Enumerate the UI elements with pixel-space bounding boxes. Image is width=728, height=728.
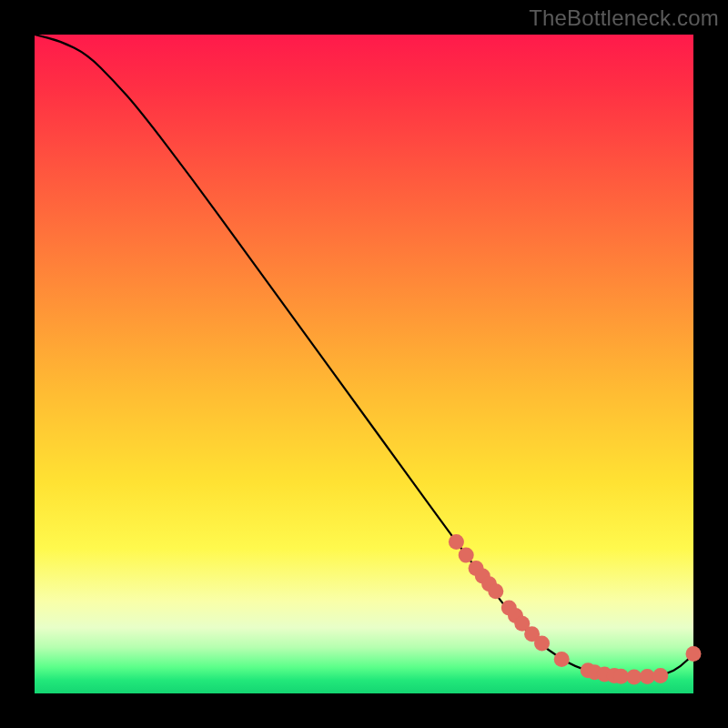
highlight-dot — [534, 636, 550, 652]
curve-svg — [35, 35, 693, 693]
highlight-dot — [640, 669, 655, 684]
chart-frame: TheBottleneck.com — [0, 0, 728, 728]
highlight-dot — [652, 668, 668, 683]
watermark-text: TheBottleneck.com — [529, 5, 719, 31]
plot-area — [35, 35, 693, 693]
highlight-dot — [554, 652, 570, 667]
highlight-dot — [459, 548, 474, 563]
highlight-dots-group — [449, 534, 702, 684]
highlight-dot — [488, 583, 503, 599]
bottleneck-curve — [35, 35, 693, 677]
highlight-dot — [686, 646, 702, 662]
highlight-dot — [449, 534, 464, 550]
highlight-dot — [626, 669, 642, 684]
